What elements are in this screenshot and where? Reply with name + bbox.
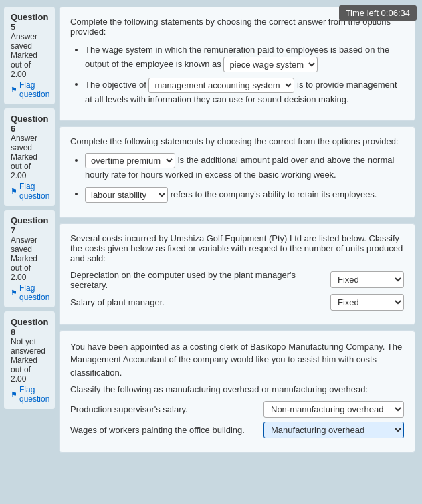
card4-row2: Wages of workers painting the office bui… (70, 422, 404, 438)
card1-list: The wage system in which the remuneratio… (70, 43, 404, 106)
card3-cost-table: Depreciation on the computer used by the… (70, 270, 404, 311)
card3-row1-label: Depreciation on the computer used by the… (70, 270, 330, 290)
q8-status: Not yet answered (11, 337, 48, 356)
card-q6: Complete the following statements by cho… (59, 126, 415, 218)
q5-flag-label: Flag question (19, 80, 49, 99)
q8-flag-label: Flag question (19, 385, 49, 404)
card1-bullet2: The objective of management accounting s… (85, 78, 404, 106)
q7-number: Question 7 (11, 215, 48, 235)
card2-list: overtime premium basic pay overtime pay … (70, 153, 404, 203)
card1-bullet1: The wage system in which the remuneratio… (85, 43, 404, 72)
card4-row2-label: Wages of workers painting the office bui… (70, 425, 263, 435)
q5-flag-link[interactable]: ⚑ Flag question (11, 80, 48, 99)
card3-row2-label: Salary of plant manager. (70, 297, 330, 307)
timer: Time left 0:06:34 (339, 5, 417, 21)
q7-status: Answer saved (11, 235, 48, 254)
card3-select2[interactable]: Fixed Variable (330, 294, 404, 311)
q6-marks: Marked out of 2.00 (11, 152, 48, 180)
flag-icon: ⚑ (11, 86, 17, 94)
flag-icon-8: ⚑ (11, 390, 17, 399)
card1-select1[interactable]: piece wage system time wage system bonus… (223, 57, 318, 72)
card2-bullet2: labour stability labour turnover labour … (85, 187, 404, 203)
q5-status: Answer saved (11, 32, 48, 51)
card2-bullet1: overtime premium basic pay overtime pay … (85, 153, 404, 182)
q8-flag-link[interactable]: ⚑ Flag question (11, 385, 48, 404)
question-5-sidebar: Question 5 Answer saved Marked out of 2.… (4, 7, 55, 104)
card-q8: You have been appointed as a costing cle… (59, 330, 415, 453)
flag-icon-7: ⚑ (11, 289, 17, 297)
card4-select2[interactable]: Non-manufacturing overhead Manufacturing… (263, 422, 404, 438)
card3-select1[interactable]: Fixed Variable (330, 271, 404, 288)
card3-instruction: Several costs incurred by Umshiza Golf E… (70, 233, 404, 263)
card-q5: Complete the following statements by cho… (59, 7, 415, 121)
card4-row1-label: Production supervisor's salary. (70, 404, 263, 414)
card3-row2: Salary of plant manager. Fixed Variable (70, 294, 404, 311)
q6-flag-link[interactable]: ⚑ Flag question (11, 182, 48, 201)
card4-select1[interactable]: Non-manufacturing overhead Manufacturing… (263, 401, 404, 418)
q6-number: Question 6 (11, 114, 48, 134)
card4-classify-label: Classify the following as manufacturing … (70, 384, 404, 394)
card-q7: Several costs incurred by Umshiza Golf E… (59, 223, 415, 325)
q7-marks: Marked out of 2.00 (11, 254, 48, 282)
q5-marks: Marked out of 2.00 (11, 51, 48, 79)
question-7-sidebar: Question 7 Answer saved Marked out of 2.… (4, 210, 55, 307)
card2-select2[interactable]: labour stability labour turnover labour … (85, 187, 168, 203)
q7-flag-link[interactable]: ⚑ Flag question (11, 283, 48, 302)
card3-row1: Depreciation on the computer used by the… (70, 270, 404, 290)
q8-marks: Marked out of 2.00 (11, 356, 48, 384)
flag-icon-6: ⚑ (11, 187, 17, 196)
content-area: Complete the following statements by cho… (59, 7, 422, 458)
q7-flag-label: Flag question (19, 283, 49, 302)
q5-number: Question 5 (11, 12, 48, 32)
card4-cost-table: Production supervisor's salary. Non-manu… (70, 401, 404, 438)
card1-select2[interactable]: management accounting system financial a… (148, 78, 294, 93)
question-6-sidebar: Question 6 Answer saved Marked out of 2.… (4, 108, 55, 206)
card2-bullet2-post: refers to the company's ability to retai… (171, 188, 377, 199)
q6-status: Answer saved (11, 134, 48, 152)
q6-flag-label: Flag question (19, 182, 49, 201)
sidebar: Question 5 Answer saved Marked out of 2.… (0, 7, 59, 458)
card2-select1[interactable]: overtime premium basic pay overtime pay (85, 153, 175, 168)
card1-bullet2-pre: The objective of (85, 79, 146, 89)
question-8-sidebar: Question 8 Not yet answered Marked out o… (4, 311, 55, 409)
card4-row1: Production supervisor's salary. Non-manu… (70, 401, 404, 418)
q8-number: Question 8 (11, 317, 48, 337)
card4-para1: You have been appointed as a costing cle… (70, 340, 404, 380)
card2-instruction: Complete the following statements by cho… (70, 136, 404, 146)
